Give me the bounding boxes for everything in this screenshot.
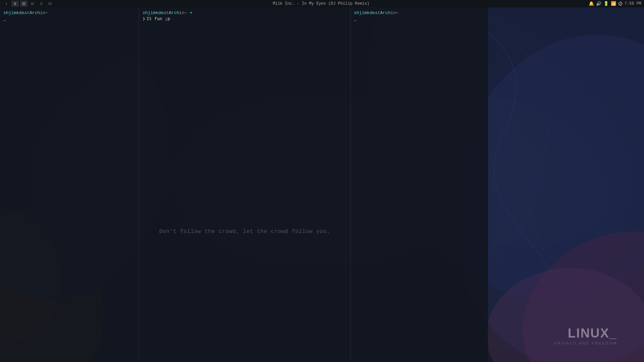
in-middle: in: [179, 10, 184, 16]
prompt-line-middle: shjimkde at Arch in ~ ▾: [143, 10, 347, 16]
prompt-line-left: shjimkde at Arch in ~: [3, 10, 136, 16]
dir-left: ~: [45, 10, 48, 16]
system-tray: 🔔 🔊 🔋 📶 ⏻ 7:58 PM: [589, 1, 641, 6]
bell-icon[interactable]: 🔔: [589, 1, 594, 6]
workspace-switcher[interactable]: I II III IV V VI: [3, 1, 54, 7]
dropdown-indicator: ▾: [190, 10, 192, 16]
hostname-left: Arch: [30, 10, 40, 16]
cursor-right: _: [354, 16, 357, 22]
terminal-content-middle: shjimkde at Arch in ~ ▾ ❯ It fun ;p: [139, 7, 350, 25]
hostname-middle: Arch: [169, 10, 179, 16]
volume-icon[interactable]: 🔊: [596, 1, 601, 6]
username-left: shjimkde: [3, 10, 24, 16]
terminal-content-right: shjimkde at Arch in ~ _: [351, 7, 488, 25]
power-icon[interactable]: ⏻: [618, 1, 623, 6]
workspace-5[interactable]: V: [38, 1, 45, 7]
terminals-container: shjimkde at Arch in ~ _ shjimkde at Arch…: [0, 7, 644, 362]
command-text: It fun ;p: [147, 16, 170, 22]
command-line-middle: ❯ It fun ;p: [143, 16, 347, 22]
workspace-1[interactable]: I: [3, 1, 10, 7]
workspace-6[interactable]: VI: [46, 1, 54, 7]
terminal-content-left: shjimkde at Arch in ~ _: [0, 7, 139, 25]
window-title: Milk Inc. - In My Eyes (DJ Philip Remix): [54, 1, 589, 6]
at-left: at: [24, 10, 30, 16]
workspace-4[interactable]: IV: [29, 1, 36, 7]
username-right: shjimkde: [354, 10, 375, 16]
dir-middle: ~: [184, 10, 187, 16]
prompt-arrow: ❯: [143, 16, 145, 22]
network-icon[interactable]: 📶: [611, 1, 616, 6]
in-right: in: [390, 10, 396, 16]
in-left: in: [40, 10, 45, 16]
terminal-pane-right[interactable]: shjimkde at Arch in ~ _: [351, 7, 488, 362]
hostname-right: Arch: [380, 10, 390, 16]
quote-text: Don't follow the crowd, let the crowd fo…: [139, 229, 350, 235]
topbar: I II III IV V VI Milk Inc. - In My Eyes …: [0, 0, 644, 7]
terminal-pane-middle[interactable]: shjimkde at Arch in ~ ▾ ❯ It fun ;p Don'…: [139, 7, 351, 362]
cursor-line-right: _: [354, 16, 485, 22]
terminal-pane-left[interactable]: shjimkde at Arch in ~ _: [0, 7, 139, 362]
cursor-line-left: _: [3, 16, 136, 22]
at-right: at: [375, 10, 380, 16]
prompt-line-right: shjimkde at Arch in ~: [354, 10, 485, 16]
username-middle: shjimkde: [143, 10, 163, 16]
workspace-3[interactable]: III: [20, 1, 28, 7]
workspace-2[interactable]: II: [11, 1, 19, 7]
battery-icon[interactable]: 🔋: [603, 1, 609, 6]
cursor-left: _: [3, 16, 6, 22]
clock: 7:58 PM: [625, 1, 641, 6]
at-middle: at: [163, 10, 169, 16]
dir-right: ~: [396, 10, 398, 16]
